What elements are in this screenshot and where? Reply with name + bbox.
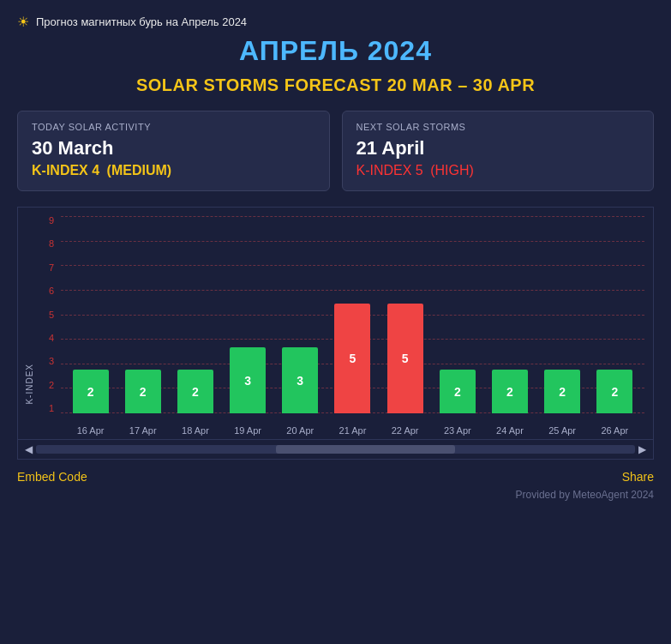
bar-23-Apr: 2 [440,370,476,413]
today-k-index: K-INDEX 4 (MEDIUM) [32,163,315,178]
footer-row: Embed Code Share [17,470,654,484]
today-k-label: K-INDEX 4 [32,163,99,178]
top-title-row: ☀ Прогноз магнитных бурь на Апрель 2024 [17,14,654,30]
x-label: 18 Apr [177,425,213,436]
y-label: 4 [28,334,54,343]
bar-group: 3 [230,347,266,413]
next-card: NEXT SOLAR STORMS 21 April K-INDEX 5 (HI… [342,111,655,191]
x-label: 17 Apr [125,425,161,436]
y-axis-label: K-INDEX [25,364,34,405]
bar-group: 2 [73,370,109,413]
embed-code-link[interactable]: Embed Code [17,470,87,484]
y-label: 7 [28,263,54,273]
x-label: 25 Apr [544,425,580,436]
chart-container: 987654321 22233552222 16 Apr17 Apr18 Apr… [17,207,654,440]
today-k-level: (MEDIUM) [107,163,172,178]
scroll-right-arrow[interactable]: ▶ [638,443,646,455]
bar-25-Apr: 2 [544,370,580,413]
bar-group: 2 [177,370,213,413]
bar-16-Apr: 2 [73,370,109,413]
bar-group: 5 [387,304,423,413]
bar-group: 2 [440,370,476,413]
bar-24-Apr: 2 [492,370,528,413]
sun-icon: ☀ [17,14,29,30]
scrollbar-area[interactable]: ◀ ▶ [17,440,654,460]
next-k-index: K-INDEX 5 (HIGH) [356,163,640,178]
forecast-title-static: SOLAR STORMS FORECAST [136,75,382,94]
month-title: АПРЕЛЬ 2024 [17,35,654,67]
x-label: 23 Apr [440,425,476,436]
next-card-label: NEXT SOLAR STORMS [356,122,640,132]
top-title-text: Прогноз магнитных бурь на Апрель 2024 [36,15,247,28]
y-label: 1 [28,404,54,413]
bar-20-Apr: 3 [282,347,318,413]
x-label: 16 Apr [73,425,109,436]
widget-container: ☀ Прогноз магнитных бурь на Апрель 2024 … [0,0,671,644]
y-label: 9 [28,216,54,226]
bar-group: 2 [492,370,528,413]
next-k-label: K-INDEX 5 [356,163,423,178]
x-label: 20 Apr [282,425,318,436]
y-label: 8 [28,239,54,249]
y-label: 5 [28,310,54,320]
forecast-title: SOLAR STORMS FORECAST 20 MAR – 30 APR [17,75,654,95]
bar-17-Apr: 2 [125,370,161,413]
provided-by: Provided by MeteoAgent 2024 [17,489,654,501]
bars-row: 22233552222 [61,216,644,413]
x-label: 21 Apr [334,425,370,436]
bar-21-Apr: 5 [334,304,370,413]
bar-group: 3 [282,347,318,413]
x-labels-row: 16 Apr17 Apr18 Apr19 Apr20 Apr21 Apr22 A… [61,425,644,436]
scroll-track[interactable] [36,445,635,454]
cards-row: TODAY SOLAR ACTIVITY 30 March K-INDEX 4 … [17,111,654,191]
today-card-date: 30 March [32,137,315,159]
scroll-thumb[interactable] [276,445,456,454]
today-card: TODAY SOLAR ACTIVITY 30 March K-INDEX 4 … [17,111,330,191]
bar-group: 5 [334,304,370,413]
x-label: 24 Apr [492,425,528,436]
bar-group: 2 [544,370,580,413]
bar-22-Apr: 5 [387,304,423,413]
bar-group: 2 [125,370,161,413]
bar-19-Apr: 3 [230,347,266,413]
bar-group: 2 [596,370,632,413]
share-link[interactable]: Share [622,470,654,484]
scroll-left-arrow[interactable]: ◀ [25,443,33,455]
next-card-date: 21 April [356,137,640,159]
x-label: 19 Apr [230,425,266,436]
bar-18-Apr: 2 [177,370,213,413]
next-k-level: (HIGH) [430,163,474,178]
x-label: 22 Apr [387,425,423,436]
y-label: 6 [28,286,54,296]
chart-area: 987654321 22233552222 16 Apr17 Apr18 Apr… [61,216,644,439]
today-card-label: TODAY SOLAR ACTIVITY [32,122,315,132]
bar-26-Apr: 2 [596,370,632,413]
forecast-title-dates: 20 MAR – 30 APR [387,75,535,94]
x-label: 26 Apr [596,425,632,436]
